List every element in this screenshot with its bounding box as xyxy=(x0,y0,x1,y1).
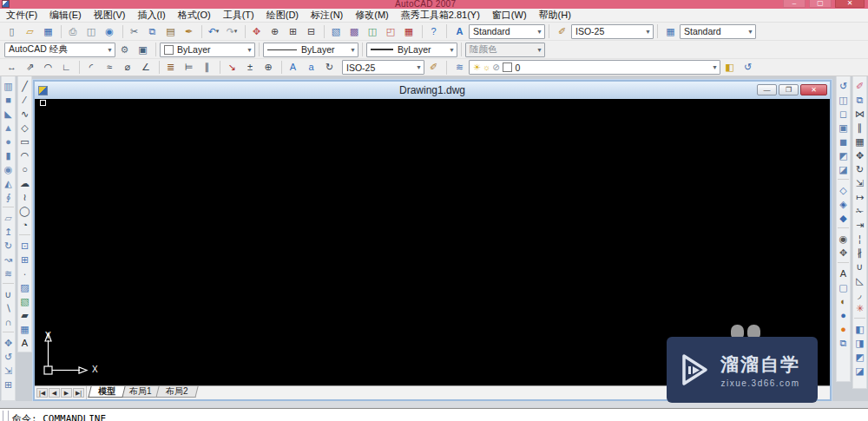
linetype-control-combo[interactable]: ByLayer▼ xyxy=(263,43,358,57)
menu-insert[interactable]: 插入(I) xyxy=(131,9,171,22)
trim-icon[interactable]: ✁ xyxy=(853,204,866,218)
stretch-icon[interactable]: ↦ xyxy=(853,190,866,204)
quick-leader-icon[interactable]: ↘ xyxy=(223,59,240,76)
text-style-manager-icon[interactable]: A xyxy=(451,23,469,40)
insert-block-icon[interactable]: ⊡ xyxy=(18,239,31,253)
mirror-icon[interactable]: ⋈ xyxy=(853,107,866,121)
text-style-combo[interactable]: Standard▼ xyxy=(469,24,545,39)
markup-set-manager-icon[interactable]: ◰ xyxy=(382,23,399,40)
array-icon[interactable]: ▦ xyxy=(853,135,866,148)
free-orbit-icon[interactable]: ↺ xyxy=(837,79,850,93)
dim-style-combo-2[interactable]: ISO-25▼ xyxy=(342,60,424,75)
pan-realtime-icon[interactable]: ✥ xyxy=(248,23,266,40)
union-icon[interactable]: ∪ xyxy=(2,287,15,301)
dim-aligned-icon[interactable]: ⇗ xyxy=(22,59,39,76)
visual-style-3d-hidden-icon[interactable]: ▣ xyxy=(837,121,850,135)
rectangle-icon[interactable]: ▭ xyxy=(18,135,31,148)
sphere-icon[interactable]: ● xyxy=(2,135,15,148)
help-icon[interactable]: ? xyxy=(425,23,443,40)
tool-palettes-icon[interactable]: ◫ xyxy=(364,23,381,40)
bring-above-objects-icon[interactable]: ◩ xyxy=(853,350,866,364)
tab-next-button[interactable]: ▶ xyxy=(61,388,72,398)
layer-control-combo[interactable]: ☀☼⊘ 0▼ xyxy=(469,60,720,75)
explode-icon[interactable]: ✳ xyxy=(853,301,866,315)
3d-move-icon[interactable]: ✥ xyxy=(2,336,15,350)
helix-icon[interactable]: ∮ xyxy=(2,190,15,204)
fillet-icon[interactable]: ◞ xyxy=(853,287,866,301)
visual-style-3d-wireframe-icon[interactable]: ◻ xyxy=(837,107,850,121)
circle-icon[interactable]: ○ xyxy=(18,162,31,176)
menu-edit[interactable]: 编辑(E) xyxy=(43,9,88,22)
cut-icon[interactable]: ✂ xyxy=(126,23,143,40)
menu-view[interactable]: 视图(V) xyxy=(88,9,132,22)
render-icon[interactable]: ◐ xyxy=(837,294,850,308)
dim-diameter-icon[interactable]: ⌀ xyxy=(119,59,136,76)
dim-text-edit-icon[interactable]: a xyxy=(303,59,320,76)
dim-style-icon[interactable]: ✐ xyxy=(425,59,443,76)
named-views-icon[interactable]: A xyxy=(837,266,850,280)
table-style-combo[interactable]: Standard▼ xyxy=(680,24,756,39)
line-icon[interactable]: ╱ xyxy=(18,79,31,93)
app-maximize-button[interactable]: ▢ xyxy=(809,0,832,8)
paste-icon[interactable]: ▤ xyxy=(162,23,180,40)
extrude-icon[interactable]: ↥ xyxy=(2,225,15,239)
gradient-icon[interactable]: ▧ xyxy=(18,294,31,308)
command-window-grip[interactable] xyxy=(3,411,9,421)
loft-icon[interactable]: ≋ xyxy=(2,266,15,280)
dim-baseline-icon[interactable]: ⊨ xyxy=(181,59,198,76)
dim-jogged-icon[interactable]: ≈ xyxy=(101,59,118,76)
tab-layout2[interactable]: 布局2 xyxy=(155,386,198,398)
join-icon[interactable]: ∪ xyxy=(853,260,866,273)
revolve-icon[interactable]: ↻ xyxy=(2,239,15,253)
break-icon[interactable]: ∦ xyxy=(853,246,866,260)
center-mark-icon[interactable]: ⊕ xyxy=(260,59,277,76)
copy-object-icon[interactable]: ⧉ xyxy=(853,93,866,107)
layer-properties-manager-icon[interactable]: ≋ xyxy=(451,59,469,76)
menu-window[interactable]: 窗口(W) xyxy=(486,9,533,22)
scale-icon[interactable]: ⇲ xyxy=(853,176,866,190)
region-icon[interactable]: ▰ xyxy=(18,308,31,322)
tab-last-button[interactable]: ▶| xyxy=(73,388,84,398)
shadows-off-icon[interactable]: ◇ xyxy=(837,183,850,197)
layer-previous-icon[interactable]: ↺ xyxy=(740,59,757,76)
dim-angular-icon[interactable]: ∠ xyxy=(137,59,155,76)
extend-icon[interactable]: ⇥ xyxy=(853,218,866,232)
erase-icon[interactable]: ✐ xyxy=(853,79,866,93)
dim-continue-icon[interactable]: ∥ xyxy=(199,59,216,76)
construction-line-icon[interactable]: ⁄ xyxy=(18,93,31,107)
quickcalc-icon[interactable]: ▦ xyxy=(400,23,418,40)
doc-minimize-button[interactable]: — xyxy=(757,84,777,95)
polyline-icon[interactable]: ∿ xyxy=(18,107,31,121)
3d-rotate-icon[interactable]: ↺ xyxy=(2,350,15,364)
zoom-window-icon[interactable]: ⊞ xyxy=(285,23,302,40)
spline-icon[interactable]: ≀ xyxy=(18,190,31,204)
cylinder-icon[interactable]: ▮ xyxy=(2,148,15,162)
visual-styles-manager-icon[interactable]: ◪ xyxy=(837,162,850,176)
dim-style-combo[interactable]: ISO-25▼ xyxy=(571,24,654,39)
box-icon[interactable]: ■ xyxy=(2,93,15,107)
publish-icon[interactable]: ◉ xyxy=(101,23,118,40)
dim-linear-icon[interactable]: ↔ xyxy=(3,59,21,76)
save-workspace-icon[interactable]: ▣ xyxy=(135,42,152,58)
lights-icon[interactable]: ● xyxy=(837,322,850,336)
intersect-icon[interactable]: ∩ xyxy=(2,315,15,329)
bring-to-front-icon[interactable]: ◧ xyxy=(853,322,866,336)
full-shadows-icon[interactable]: ◆ xyxy=(837,211,850,225)
zoom-realtime-icon[interactable]: ⊕ xyxy=(266,23,284,40)
point-icon[interactable]: ∙ xyxy=(18,266,31,280)
menu-format[interactable]: 格式(O) xyxy=(172,9,217,22)
menu-file[interactable]: 文件(F) xyxy=(0,9,43,22)
copy-icon[interactable]: ⧉ xyxy=(144,23,161,40)
camera-icon[interactable]: ◉ xyxy=(837,232,850,246)
torus-icon[interactable]: ◉ xyxy=(2,162,15,176)
visual-style-2d-wireframe-icon[interactable]: ◫ xyxy=(837,93,850,107)
3d-align-icon[interactable]: ⇲ xyxy=(2,364,15,378)
polygon-icon[interactable]: ◇ xyxy=(18,121,31,135)
app-minimize-button[interactable]: – xyxy=(783,0,806,8)
send-under-objects-icon[interactable]: ◪ xyxy=(853,364,866,378)
ground-shadows-icon[interactable]: ◈ xyxy=(837,197,850,211)
move-icon[interactable]: ✥ xyxy=(853,148,866,162)
open-icon[interactable]: ▱ xyxy=(22,23,39,40)
revision-cloud-icon[interactable]: ☁ xyxy=(18,176,31,190)
table-icon[interactable]: ▦ xyxy=(18,322,31,336)
